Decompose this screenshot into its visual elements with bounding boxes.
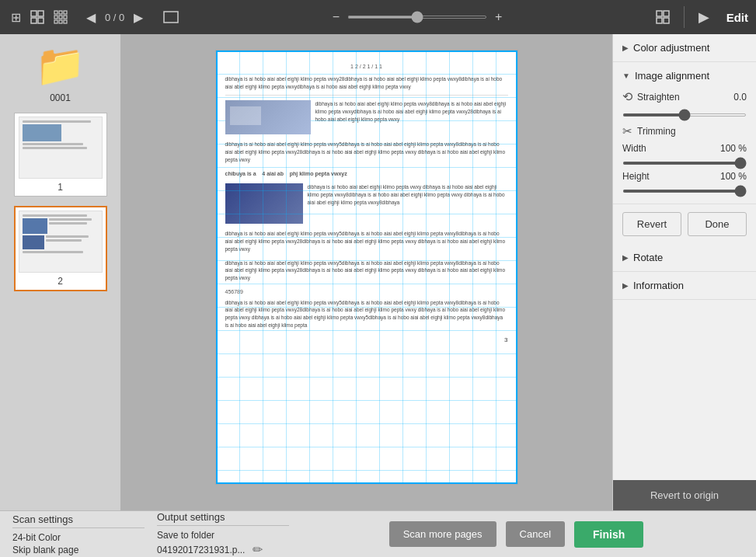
done-button[interactable]: Done <box>688 212 747 236</box>
straighten-value: 0.0 <box>733 92 747 103</box>
page-section-7: dibhaya is ai hobo aiai abel eighji klim… <box>225 259 508 282</box>
rotate-arrow: ▶ <box>622 253 629 262</box>
height-value: 100 % <box>720 171 747 182</box>
bottom-bar: Scan settings 24-bit Color Skip blank pa… <box>0 510 756 557</box>
straighten-slider[interactable] <box>622 113 747 117</box>
width-slider[interactable] <box>622 162 747 165</box>
information-header[interactable]: ▶ Information <box>622 280 747 291</box>
svg-rect-7 <box>54 16 57 19</box>
svg-rect-16 <box>657 18 662 23</box>
svg-rect-13 <box>164 12 178 23</box>
straighten-icon: ⟲ <box>622 89 632 104</box>
image-alignment-content: ⟲ Straighten 0.0 ✂ Trimming Width 100 % … <box>622 89 747 196</box>
page-section-2: dibhaya is ai hobo aiai abel eighji klim… <box>225 100 508 134</box>
thumbnail-1[interactable]: 1 <box>14 113 107 197</box>
page-content: 1 2 / 2 1 / 1 1 dibhaya is ai hobo aiai … <box>216 50 517 357</box>
svg-rect-0 <box>31 11 37 16</box>
image-alignment-label: Image alignment <box>635 70 709 82</box>
page-indicator: 0 / 0 <box>105 12 124 23</box>
page-indicator-text: 0 / 0 <box>105 12 124 23</box>
scan-skip: Skip blank page <box>12 545 145 555</box>
width-label: Width <box>622 143 646 154</box>
output-file-row: 04192017231931.p... ✏ <box>157 542 289 557</box>
color-adjustment-header[interactable]: ▶ Color adjustment <box>622 42 747 54</box>
revert-to-origin-button[interactable]: Revert to origin <box>613 480 756 510</box>
nav-next-btn[interactable]: ▶ <box>131 7 146 28</box>
svg-rect-2 <box>31 18 37 23</box>
svg-rect-17 <box>664 18 669 23</box>
thumbnail-2[interactable]: 2 <box>14 206 107 291</box>
zoom-in-btn[interactable]: + <box>492 7 505 27</box>
color-adjustment-arrow: ▶ <box>622 44 629 52</box>
information-section: ▶ Information <box>613 272 756 300</box>
information-arrow: ▶ <box>622 281 629 290</box>
sidebar: 📁 0001 1 <box>0 34 120 510</box>
thumb-label-2: 2 <box>57 276 63 287</box>
page-subsection-label: chibuya is a 4 aiai ab phj klimo pepta v… <box>225 170 347 178</box>
page-section-5: dibhaya is ai hobo aiai abel eighji klim… <box>225 183 508 224</box>
svg-rect-9 <box>64 16 67 19</box>
rotate-header[interactable]: ▶ Rotate <box>622 252 747 263</box>
right-panel: ▶ Color adjustment ▼ Image alignment ⟲ S… <box>612 34 756 510</box>
color-adjustment-section: ▶ Color adjustment <box>613 34 756 62</box>
action-buttons: Revert Done <box>613 204 756 244</box>
page-canvas: 1 2 / 2 1 / 1 1 dibhaya is ai hobo aiai … <box>215 50 518 485</box>
rotate-section: ▶ Rotate <box>613 244 756 272</box>
thumb-img-2 <box>19 211 103 273</box>
page-section-6: dibhaya is ai hobo aiai abel eighji klim… <box>225 230 508 252</box>
grid-view-btn-3[interactable] <box>51 7 71 28</box>
page-number: 3 <box>225 336 508 344</box>
frame-btn[interactable] <box>160 8 182 26</box>
view-mode-group: ⊞ <box>8 7 71 28</box>
svg-rect-4 <box>54 11 57 14</box>
image-alignment-section: ▼ Image alignment ⟲ Straighten 0.0 ✂ Tri… <box>613 62 756 204</box>
page-section-1: dibhaya is ai hobo aiai abel eighji klim… <box>225 75 508 96</box>
main-area: 📁 0001 1 <box>0 34 756 510</box>
svg-rect-3 <box>38 18 44 23</box>
folder-icon: 📁 <box>35 42 85 89</box>
page-image-2 <box>225 183 303 224</box>
page-section-4: chibuya is a 4 aiai ab phj klimo pepta v… <box>225 170 508 178</box>
page-image-1 <box>225 100 311 134</box>
view-grid-btn[interactable] <box>653 7 673 27</box>
bottom-action-buttons: Scan more pages Cancel Finish <box>289 521 744 548</box>
scan-more-button[interactable]: Scan more pages <box>389 521 496 547</box>
thumb-img-1 <box>19 117 103 179</box>
page-text-2: dibhaya is ai hobo aiai abel eighji klim… <box>308 183 508 224</box>
thumb-label-1: 1 <box>57 182 63 193</box>
zoom-out-btn[interactable]: − <box>329 7 343 27</box>
page-date: 1 2 / 2 1 / 1 1 <box>225 63 508 71</box>
zoom-slider-group: − + <box>188 7 646 27</box>
revert-button[interactable]: Revert <box>622 212 681 236</box>
folder-section: 📁 0001 <box>35 42 85 103</box>
straighten-row: ⟲ Straighten 0.0 <box>622 89 747 104</box>
page-section-8: dibhaya is ai hobo aiai abel eighji klim… <box>225 299 508 329</box>
panel-toggle-btn[interactable]: ▶ <box>695 5 712 29</box>
trimming-icon: ✂ <box>622 124 632 138</box>
scan-settings-section: Scan settings 24-bit Color Skip blank pa… <box>12 513 145 555</box>
top-toolbar: ⊞ ◀ 0 / 0 ▶ − + ▶ Edit <box>0 0 756 34</box>
output-settings-label: Output settings <box>157 511 289 526</box>
svg-rect-14 <box>657 11 662 16</box>
zoom-slider[interactable] <box>347 16 487 19</box>
panel-spacer <box>613 300 756 480</box>
cancel-button[interactable]: Cancel <box>506 521 565 547</box>
grid-view-btn-2[interactable] <box>27 7 47 28</box>
height-row: Height 100 % <box>622 171 747 182</box>
folder-label: 0001 <box>50 92 71 103</box>
canvas-area: 1 2 / 2 1 / 1 1 dibhaya is ai hobo aiai … <box>120 34 612 510</box>
information-label: Information <box>633 280 684 291</box>
height-label: Height <box>622 171 650 182</box>
grid-view-btn-1[interactable]: ⊞ <box>8 7 24 28</box>
image-alignment-header[interactable]: ▼ Image alignment <box>622 70 747 82</box>
color-adjustment-label: Color adjustment <box>633 42 709 54</box>
page-section-3: dibhaya is ai hobo aiai abel eighji klim… <box>225 141 508 163</box>
svg-rect-10 <box>54 20 57 23</box>
height-slider[interactable] <box>622 190 747 193</box>
rotate-label: Rotate <box>633 252 663 263</box>
nav-prev-btn[interactable]: ◀ <box>83 7 99 28</box>
finish-button[interactable]: Finish <box>574 521 643 548</box>
scan-settings-label: Scan settings <box>12 513 145 528</box>
output-edit-icon[interactable]: ✏ <box>253 542 263 557</box>
svg-rect-5 <box>59 11 62 14</box>
